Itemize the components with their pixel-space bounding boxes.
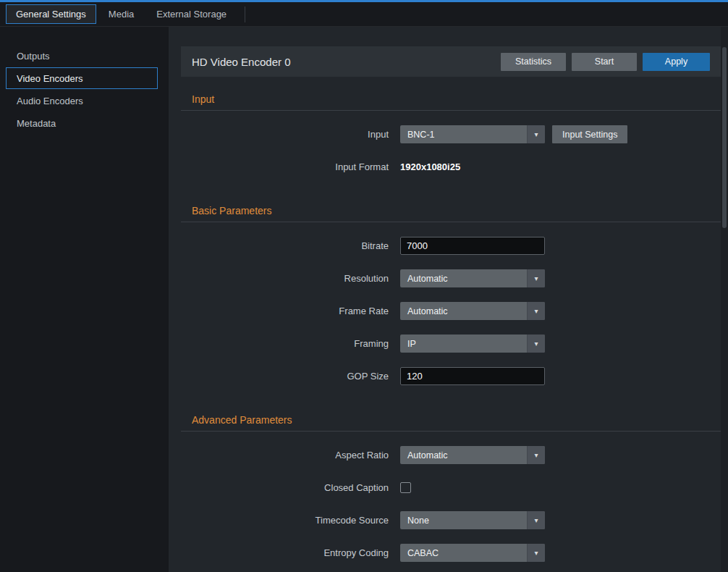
input-source-dropdown[interactable]: BNC-1 ▾: [400, 125, 545, 143]
chevron-down-icon: ▾: [527, 269, 545, 287]
apply-button[interactable]: Apply: [643, 53, 710, 71]
input-row: Input BNC-1 ▾ Input Settings: [181, 125, 721, 143]
frame-rate-row: Frame Rate Automatic ▾: [181, 302, 721, 320]
bitrate-label: Bitrate: [181, 240, 400, 251]
section-input: Input Input BNC-1 ▾ Input Settings Input…: [181, 93, 721, 176]
scrollbar-thumb[interactable]: [722, 47, 727, 228]
framing-value: IP: [400, 339, 527, 349]
aspect-ratio-dropdown[interactable]: Automatic ▾: [400, 446, 545, 464]
main-panel: HD Video Encoder 0 Statistics Start Appl…: [169, 27, 728, 572]
sidebar-item-video-encoders[interactable]: Video Encoders: [6, 67, 158, 89]
frame-rate-label: Frame Rate: [181, 306, 400, 316]
closed-caption-label: Closed Caption: [181, 482, 400, 493]
input-format-value: 1920x1080i25: [400, 161, 460, 172]
entropy-coding-row: Entropy Coding CABAC ▾: [181, 544, 721, 562]
resolution-value: Automatic: [400, 274, 527, 284]
statistics-button[interactable]: Statistics: [501, 53, 566, 71]
entropy-coding-label: Entropy Coding: [181, 547, 400, 558]
resolution-dropdown[interactable]: Automatic ▾: [400, 269, 545, 287]
input-label: Input: [181, 129, 400, 140]
gop-size-label: GOP Size: [181, 371, 400, 382]
panel-header: HD Video Encoder 0 Statistics Start Appl…: [181, 46, 721, 77]
framing-dropdown[interactable]: IP ▾: [400, 335, 545, 353]
aspect-ratio-label: Aspect Ratio: [181, 450, 400, 460]
chevron-down-icon: ▾: [527, 511, 545, 529]
aspect-ratio-value: Automatic: [400, 450, 527, 460]
chevron-down-icon: ▾: [527, 446, 545, 464]
section-basic-parameters: Basic Parameters Bitrate Resolution Auto…: [181, 205, 721, 385]
chevron-down-icon: ▾: [527, 544, 545, 562]
chevron-down-icon: ▾: [527, 302, 545, 320]
entropy-coding-dropdown[interactable]: CABAC ▾: [400, 544, 545, 562]
bitrate-input[interactable]: [400, 237, 545, 255]
timecode-source-dropdown[interactable]: None ▾: [400, 511, 545, 529]
section-title-advanced: Advanced Parameters: [192, 414, 721, 426]
timecode-source-row: Timecode Source None ▾: [181, 511, 721, 529]
start-button[interactable]: Start: [572, 53, 637, 71]
gop-size-row: GOP Size: [181, 367, 721, 385]
page-title: HD Video Encoder 0: [192, 56, 290, 68]
sidebar: Outputs Video Encoders Audio Encoders Me…: [0, 27, 169, 572]
tab-external-storage[interactable]: External Storage: [146, 4, 237, 24]
input-format-label: Input Format: [181, 161, 400, 172]
sidebar-item-audio-encoders[interactable]: Audio Encoders: [6, 90, 158, 112]
input-settings-button[interactable]: Input Settings: [552, 125, 627, 143]
section-title-input: Input: [192, 93, 721, 105]
sidebar-item-metadata[interactable]: Metadata: [6, 112, 158, 134]
frame-rate-value: Automatic: [400, 306, 527, 316]
closed-caption-checkbox[interactable]: [400, 482, 411, 493]
aspect-ratio-row: Aspect Ratio Automatic ▾: [181, 446, 721, 464]
scrollbar[interactable]: [721, 27, 728, 572]
section-title-basic: Basic Parameters: [192, 205, 721, 216]
bitrate-row: Bitrate: [181, 237, 721, 255]
tabbar-separator: [245, 7, 245, 22]
sidebar-item-outputs[interactable]: Outputs: [6, 45, 158, 67]
input-format-row: Input Format 1920x1080i25: [181, 158, 721, 176]
chevron-down-icon: ▾: [527, 335, 545, 353]
closed-caption-row: Closed Caption: [181, 479, 721, 497]
gop-size-input[interactable]: [400, 367, 545, 385]
resolution-label: Resolution: [181, 273, 400, 284]
tab-general-settings[interactable]: General Settings: [6, 4, 96, 24]
chevron-down-icon: ▾: [527, 125, 545, 143]
tab-media[interactable]: Media: [98, 4, 144, 24]
header-buttons: Statistics Start Apply: [501, 53, 710, 71]
frame-rate-dropdown[interactable]: Automatic ▾: [400, 302, 545, 320]
section-advanced-parameters: Advanced Parameters Aspect Ratio Automat…: [181, 414, 721, 562]
timecode-source-label: Timecode Source: [181, 515, 400, 526]
section-divider: [181, 110, 721, 111]
section-divider: [181, 222, 721, 222]
section-divider: [181, 431, 721, 432]
resolution-row: Resolution Automatic ▾: [181, 269, 721, 287]
input-source-value: BNC-1: [400, 130, 527, 140]
framing-row: Framing IP ▾: [181, 335, 721, 353]
top-tabs: General Settings Media External Storage: [0, 2, 728, 27]
timecode-source-value: None: [400, 516, 527, 526]
entropy-coding-value: CABAC: [400, 548, 527, 558]
framing-label: Framing: [181, 338, 400, 349]
